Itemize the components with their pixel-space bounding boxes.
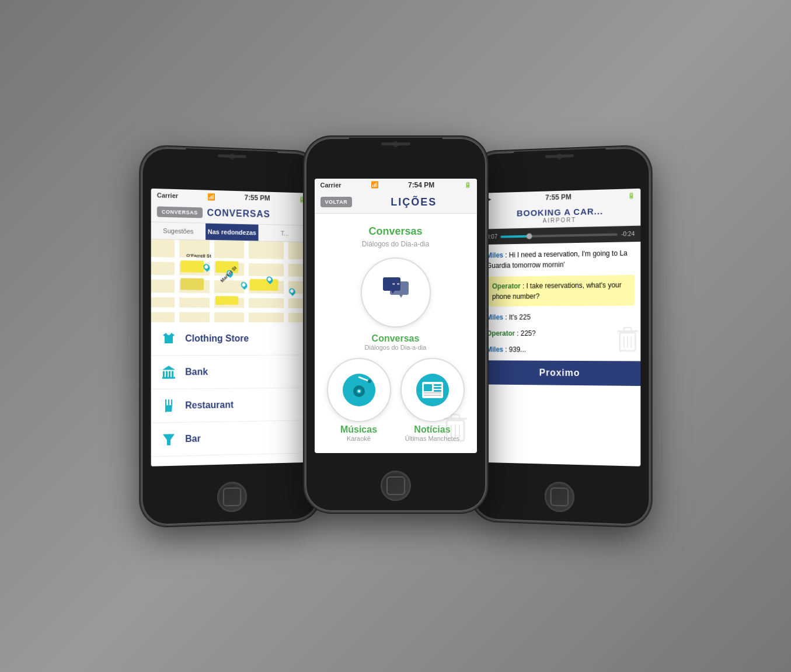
screen1-title: CONVERSAS	[207, 207, 270, 220]
bottom-bar-3: Proximo	[480, 360, 640, 386]
svg-rect-36	[424, 395, 441, 396]
battery-icon-3: 🔋	[628, 191, 635, 198]
trash-overlay-3	[614, 324, 640, 356]
wifi-icon-2: 📶	[371, 181, 379, 189]
battery-icons-3: 🔋	[628, 191, 635, 198]
map-block-3	[180, 278, 204, 290]
licoes-section-title: Conversas	[368, 225, 422, 238]
chat-text-4: 225?	[520, 329, 535, 337]
musicas-labels: Músicas Karaokê	[340, 424, 377, 442]
street-label-ofarrell: O'Farrell St	[186, 253, 211, 259]
audio-track[interactable]	[500, 233, 617, 238]
screen3-header: BOOKING A CAR... AIRPORT	[480, 201, 640, 229]
chat-msg-5: Miles : 939...	[486, 344, 635, 355]
svg-rect-2	[169, 371, 170, 377]
chat-colon-4: :	[517, 329, 520, 337]
svg-rect-39	[451, 415, 459, 419]
svg-marker-5	[162, 365, 175, 370]
svg-point-28	[368, 379, 371, 383]
back-button-2[interactable]: VOLTAR	[320, 197, 353, 207]
tab-sugestoes[interactable]: Sugestões	[151, 222, 205, 239]
svg-rect-9	[165, 399, 166, 412]
time-2: 7:54 PM	[408, 181, 434, 189]
svg-rect-31	[424, 384, 432, 391]
bar-label: Bar	[185, 433, 201, 444]
svg-rect-1	[165, 371, 167, 377]
screen1-header: CONVERSAS CONVERSAS	[151, 201, 310, 226]
phones-container: Carrier 📶 7:55 PM 🔋 CONVERSAS CONVERSAS …	[113, 114, 679, 558]
carrier-2: Carrier	[320, 182, 342, 189]
tab-other[interactable]: T...	[258, 224, 310, 241]
svg-rect-35	[424, 392, 441, 394]
conversas-circle-btn[interactable]: " "	[361, 257, 431, 328]
musicas-group: Músicas Karaokê	[327, 358, 391, 442]
phone-screen-1: Carrier 📶 7:55 PM 🔋 CONVERSAS CONVERSAS …	[151, 188, 310, 466]
gps-icon-3: ➤	[486, 196, 491, 202]
phone-top-speaker-3	[514, 148, 605, 163]
chat-msg-3: Miles : It's 225	[486, 311, 635, 322]
chat-speaker-miles-1: Miles	[486, 251, 503, 259]
cafe-icon	[159, 463, 177, 466]
phone-screen-2: Carrier 📶 7:54 PM 🔋 VOLTAR LIÇÕES Conver…	[315, 179, 477, 453]
map-block-4	[249, 278, 278, 290]
battery-icons-2: 🔋	[464, 182, 471, 188]
audio-handle[interactable]	[527, 233, 532, 239]
phone-screen-3: ➤ 7:55 PM 🔋 BOOKING A CAR... AIRPORT 0:0…	[480, 188, 640, 466]
phone-left: Carrier 📶 7:55 PM 🔋 CONVERSAS CONVERSAS …	[141, 147, 319, 525]
chat-colon-2: :	[522, 281, 525, 290]
home-button-3[interactable]	[544, 481, 574, 512]
tab-nas-redondezas[interactable]: Nas redondezas	[205, 223, 258, 241]
phone-center: Carrier 📶 7:54 PM 🔋 VOLTAR LIÇÕES Conver…	[305, 138, 486, 511]
clothing-store-icon	[159, 329, 177, 347]
conversas-group: " " ConversasDiálogos do Dia-a-dia	[361, 257, 431, 351]
conversas-circle-labels: ConversasDiálogos do Dia-a-dia	[365, 333, 427, 351]
phone-top-speaker	[186, 148, 277, 163]
place-item-clothing-store[interactable]: Clothing Store	[151, 322, 310, 356]
svg-point-26	[358, 390, 360, 392]
clothing-store-label: Clothing Store	[185, 333, 249, 343]
battery-icons-1: 🔋	[298, 196, 305, 202]
status-bar-2: Carrier 📶 7:54 PM 🔋	[315, 179, 477, 191]
chat-text-5: 939...	[508, 345, 525, 353]
svg-text:": "	[397, 283, 400, 289]
map-block-5	[215, 296, 238, 305]
audio-current-time: 0:07	[486, 233, 497, 239]
svg-rect-8	[171, 399, 172, 405]
time-3: 7:55 PM	[545, 193, 572, 201]
svg-rect-3	[172, 371, 173, 377]
audio-progress	[500, 235, 529, 238]
phone-speaker	[217, 154, 246, 158]
svg-rect-33	[434, 387, 441, 389]
place-list: Clothing Store Bank	[151, 322, 310, 466]
home-button-2[interactable]	[381, 471, 411, 501]
tab-bar-1: Sugestões Nas redondezas T...	[151, 222, 310, 242]
map-area: O'Farrell St Market St	[151, 239, 310, 322]
svg-rect-7	[168, 399, 169, 405]
licoes-body: Conversas Diálogos do Dia-a-dia " "	[315, 214, 477, 453]
screen2-title: LIÇÕES	[357, 196, 471, 208]
back-button-1[interactable]: CONVERSAS	[156, 206, 202, 218]
chat-colon-3: :	[505, 313, 508, 321]
home-button-1[interactable]	[217, 481, 246, 512]
chat-speaker-operator-1: Operator	[492, 282, 520, 290]
bank-icon	[159, 363, 177, 382]
chat-msg-4: Operator : 225?	[486, 328, 635, 338]
svg-rect-45	[623, 328, 630, 331]
place-item-restaurant[interactable]: Restaurant	[151, 388, 310, 423]
place-item-bar[interactable]: Bar	[151, 420, 310, 457]
phone-right: ➤ 7:55 PM 🔋 BOOKING A CAR... AIRPORT 0:0…	[472, 147, 650, 525]
svg-rect-0	[162, 371, 164, 377]
battery-icon-2: 🔋	[464, 182, 471, 188]
map-road-v4	[284, 242, 288, 322]
place-item-bank[interactable]: Bank	[151, 355, 310, 389]
next-button[interactable]: Proximo	[480, 360, 640, 386]
chat-text-3: It's 225	[508, 313, 530, 321]
audio-total-time: -0:24	[621, 230, 635, 237]
wifi-icon-1: 📶	[207, 193, 215, 200]
phone-speaker-3	[545, 154, 573, 158]
chat-speaker-miles-3: Miles	[486, 345, 503, 353]
bank-label: Bank	[185, 367, 208, 377]
svg-rect-34	[434, 390, 441, 392]
chat-colon-5: :	[505, 345, 508, 353]
musicas-circle-btn[interactable]	[327, 358, 391, 422]
